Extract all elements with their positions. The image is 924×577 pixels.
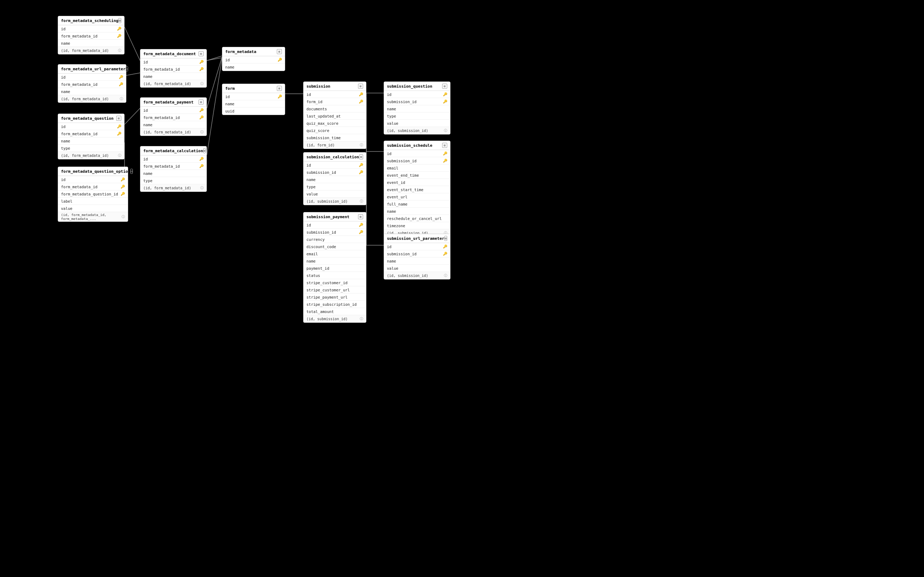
info-icon: ⓘ <box>200 82 204 86</box>
expand-icon[interactable]: ⊞ <box>444 236 447 241</box>
expand-icon[interactable]: ⊞ <box>199 51 204 56</box>
table-title: submission_payment <box>307 214 349 219</box>
table-row: value <box>384 120 450 127</box>
table-row: value <box>58 205 128 212</box>
table-title: submission_calculation <box>307 155 359 160</box>
key-icon: 🔑 <box>443 152 447 155</box>
table-row: name <box>384 105 450 113</box>
table-header[interactable]: form_metadata_url_parameter ⊞ <box>58 64 126 74</box>
table-row: id 🔑 <box>58 123 124 130</box>
key-icon: 🔑 <box>199 108 204 112</box>
table-header-form-metadata-scheduling[interactable]: form_metadata_scheduling ⊞ <box>58 16 124 25</box>
expand-icon[interactable]: ⊞ <box>358 84 363 89</box>
table-header[interactable]: form_metadata_payment ⊞ <box>141 98 207 107</box>
expand-icon[interactable]: ⊞ <box>199 100 204 105</box>
table-row: id 🔑 <box>304 161 366 169</box>
table-title: form_metadata <box>225 49 256 54</box>
table-row: id 🔑 <box>141 58 207 66</box>
table-row: quiz_max_score <box>304 120 366 127</box>
expand-icon[interactable]: ⊞ <box>116 116 121 121</box>
key-icon: 🔑 <box>199 67 204 71</box>
expand-icon[interactable]: ⊞ <box>126 66 128 71</box>
expand-icon[interactable]: ⊞ <box>118 18 121 23</box>
table-row: stripe_customer_id <box>304 279 366 286</box>
table-header[interactable]: submission_calculation ⊞ <box>304 153 366 161</box>
table-form-metadata-question: form_metadata_question ⊞ id 🔑 form_metad… <box>58 114 124 160</box>
table-title: form_metadata_url_parameter <box>61 67 126 71</box>
key-icon: 🔑 <box>359 163 363 167</box>
key-icon: 🔑 <box>119 75 123 79</box>
table-row: name <box>304 258 366 265</box>
table-header[interactable]: form ⊞ <box>222 84 285 93</box>
table-row: type <box>304 183 366 190</box>
key-icon: 🔑 <box>443 92 447 96</box>
table-row: id 🔑 <box>384 91 450 98</box>
table-row: stripe_subscription_id <box>304 301 366 308</box>
table-row: name <box>58 40 124 47</box>
expand-icon[interactable]: ⊞ <box>277 86 282 91</box>
table-row: reschedule_or_cancel_url <box>384 215 450 222</box>
table-header[interactable]: submission_question ⊞ <box>384 82 450 91</box>
table-row: payment_id <box>304 265 366 272</box>
table-row: value <box>304 190 366 198</box>
table-title: form_metadata_question_option <box>61 169 130 174</box>
table-header[interactable]: form_metadata_document ⊞ <box>141 49 207 58</box>
table-row: submission_id 🔑 <box>384 157 450 164</box>
table-submission-payment: submission_payment ⊞ id 🔑 submission_id … <box>303 212 366 323</box>
info-icon: ⓘ <box>118 48 121 53</box>
table-row: total_amount <box>304 308 366 315</box>
table-row: id 🔑 <box>58 176 128 183</box>
table-row: currency <box>304 236 366 243</box>
table-row: name <box>141 170 207 177</box>
table-row: name <box>384 258 450 265</box>
table-row-index: (id, submission_id) ⓘ <box>384 127 450 134</box>
table-row-index: (id, submission_id) ⓘ <box>304 315 366 322</box>
table-row: form_metadata_id 🔑 <box>58 130 124 137</box>
table-row: submission_id 🔑 <box>304 169 366 176</box>
expand-icon[interactable]: ⊞ <box>442 143 447 148</box>
table-row: id 🔑 <box>58 74 126 81</box>
table-form-metadata-calculation: form_metadata_calculation ⊞ id 🔑 form_me… <box>140 146 207 192</box>
info-icon: ⓘ <box>444 128 447 133</box>
table-submission: submission ⊞ id 🔑 form_id 🔑 documents la… <box>303 82 366 149</box>
key-icon: 🔑 <box>359 170 363 174</box>
svg-line-3 <box>207 57 222 108</box>
table-header[interactable]: form_metadata ⊞ <box>222 47 285 56</box>
table-header[interactable]: form_metadata_calculation ⊞ <box>141 147 207 155</box>
key-icon: 🔑 <box>443 159 447 163</box>
table-title: form_metadata_document <box>143 52 196 56</box>
table-row: id 🔑 <box>222 56 285 63</box>
key-icon: 🔑 <box>199 157 204 161</box>
key-icon: 🔑 <box>121 192 125 196</box>
svg-line-5 <box>207 58 222 155</box>
key-icon: 🔑 <box>121 177 125 181</box>
table-form-metadata-scheduling: form_metadata_scheduling ⊞ id 🔑 form_met… <box>58 16 124 55</box>
table-header[interactable]: form_metadata_question ⊞ <box>58 114 124 123</box>
table-header[interactable]: submission ⊞ <box>304 82 366 91</box>
expand-icon[interactable]: ⊞ <box>130 169 133 174</box>
expand-icon[interactable]: ⊞ <box>358 214 363 219</box>
key-icon: 🔑 <box>359 92 363 96</box>
key-icon: 🔑 <box>117 132 121 135</box>
table-row-index: (id, form_metadata_id) ⓘ <box>58 152 124 159</box>
table-row-index: (id, form_metadata_id, form_metadata_...… <box>58 212 128 221</box>
table-title: submission_url_parameter <box>387 236 444 241</box>
table-title: form <box>225 86 235 91</box>
table-row: stripe_payment_url <box>304 293 366 301</box>
table-header[interactable]: form_metadata_question_option ⊞ <box>58 167 128 176</box>
table-header[interactable]: submission_schedule ⊞ <box>384 141 450 150</box>
expand-icon[interactable]: ⊞ <box>277 49 282 54</box>
expand-icon[interactable]: ⊞ <box>359 154 363 160</box>
expand-icon[interactable]: ⊞ <box>203 148 206 153</box>
table-form: form ⊞ id 🔑 name uuid <box>222 84 285 115</box>
info-icon: ⓘ <box>360 317 363 321</box>
expand-icon[interactable]: ⊞ <box>442 84 447 89</box>
table-title: submission_question <box>387 84 432 89</box>
table-form-metadata-document: form_metadata_document ⊞ id 🔑 form_metad… <box>140 49 207 88</box>
table-row: documents <box>304 105 366 113</box>
table-row: id 🔑 <box>384 150 450 157</box>
table-row: email <box>304 250 366 258</box>
table-header[interactable]: submission_payment ⊞ <box>304 213 366 221</box>
table-row-index: (id, form_metadata_id) ⓘ <box>58 95 126 102</box>
table-header[interactable]: submission_url_parameter ⊞ <box>384 234 450 243</box>
